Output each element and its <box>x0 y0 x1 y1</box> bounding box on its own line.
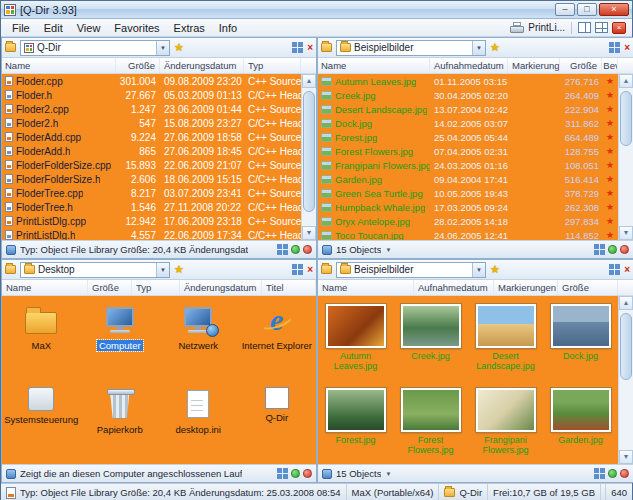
close-tab-icon[interactable]: × <box>307 43 313 53</box>
favorites-star-icon[interactable]: ★ <box>490 264 500 275</box>
green-filter-icon[interactable] <box>291 245 300 254</box>
thumbnail-creek-jpg[interactable]: Creek.jpg <box>393 298 468 382</box>
menu-edit[interactable]: Edit <box>37 20 70 36</box>
image-row-autumn-leaves-jpg[interactable]: Autumn Leaves.jpg01.11.2005 03:15276.716… <box>318 74 618 88</box>
file-row-floder2-cpp[interactable]: Floder2.cpp1.24723.06.2009 01:44C++ Sour… <box>2 102 301 116</box>
menu-info[interactable]: Info <box>212 20 244 36</box>
minimize-button[interactable]: – <box>555 3 575 16</box>
view-grid-icon[interactable] <box>292 42 303 53</box>
thumbnail-frangipani-flowers-jpg[interactable]: Frangipani Flowers.jpg <box>468 382 543 464</box>
scroll-thumb[interactable] <box>303 91 315 212</box>
column-header-name[interactable]: Name <box>318 280 414 295</box>
file-row-floderadd-h[interactable]: FloderAdd.h86527.06.2009 18:45C/C++ Head… <box>2 144 301 158</box>
column-header-gr-e[interactable]: Größe <box>88 280 132 295</box>
close-tab-icon[interactable]: × <box>307 265 313 275</box>
vertical-scrollbar[interactable]: ▲ ▼ <box>301 74 316 240</box>
file-row-printlistdlg-h[interactable]: PrintListDlg.h4.55722.06.2009 17:34C/C++… <box>2 228 301 240</box>
layout-two-pane-icon[interactable] <box>578 22 591 33</box>
image-row-frangipani-flowers-jpg[interactable]: Frangipani Flowers.jpg24.03.2005 01:1610… <box>318 158 618 172</box>
column-header-nderungsdatum[interactable]: Änderungsdatum <box>160 58 244 73</box>
address-combo[interactable]: Q-Dir ▼ <box>20 40 170 56</box>
column-header-typ[interactable]: Typ <box>244 58 301 73</box>
thumbnail-autumn-leaves-jpg[interactable]: Autumn Leaves.jpg <box>318 298 393 382</box>
view-options-icon[interactable] <box>277 244 288 255</box>
favorites-star-icon[interactable]: ★ <box>174 264 184 275</box>
desktop-item-max[interactable]: MaX <box>2 297 81 381</box>
file-row-floderfoldersize-cpp[interactable]: FloderFolderSize.cpp15.89322.06.2009 21:… <box>2 158 301 172</box>
column-header-bev[interactable]: Bev <box>602 58 618 73</box>
column-header-markierungen[interactable]: Markierungen <box>494 280 558 295</box>
scroll-up-icon[interactable]: ▲ <box>302 74 316 88</box>
desktop-item-papierkorb[interactable]: Papierkorb <box>81 381 160 464</box>
favorites-star-icon[interactable]: ★ <box>174 42 184 53</box>
desktop-item-systemsteuerung[interactable]: Systemsteuerung <box>2 381 81 464</box>
menu-extras[interactable]: Extras <box>167 20 212 36</box>
green-filter-icon[interactable] <box>608 469 617 478</box>
green-filter-icon[interactable] <box>291 469 300 478</box>
thumbnail-forest-jpg[interactable]: Forest.jpg <box>318 382 393 464</box>
image-row-desert-landscape-jpg[interactable]: Desert Landscape.jpg13.07.2004 02:42222.… <box>318 102 618 116</box>
status-dropdown-icon[interactable]: ▼ <box>385 471 391 477</box>
view-options-icon[interactable] <box>594 468 605 479</box>
close-button[interactable]: × <box>599 3 629 16</box>
desktop-item-desktop-ini[interactable]: desktop.ini <box>159 381 238 464</box>
menu-view[interactable]: View <box>70 20 108 36</box>
file-row-floder-h[interactable]: Floder.h27.66705.03.2009 01:13C/C++ Head… <box>2 88 301 102</box>
column-header-typ[interactable]: Typ <box>132 280 180 295</box>
status-dropdown-icon[interactable]: ▼ <box>385 247 391 253</box>
thumbnail-forest-flowers-jpg[interactable]: Forest Flowers.jpg <box>393 382 468 464</box>
file-row-floderfoldersize-h[interactable]: FloderFolderSize.h2.60618.06.2009 15:15C… <box>2 172 301 186</box>
address-combo[interactable]: Desktop ▼ <box>20 262 170 278</box>
column-header-name[interactable]: Name <box>318 58 430 73</box>
image-row-creek-jpg[interactable]: Creek.jpg30.04.2005 02:20264.409★ <box>318 88 618 102</box>
red-filter-icon[interactable] <box>620 245 629 254</box>
image-row-garden-jpg[interactable]: Garden.jpg09.04.2004 17:41516.414★ <box>318 172 618 186</box>
image-row-dock-jpg[interactable]: Dock.jpg14.02.2005 03:07311.862★ <box>318 116 618 130</box>
file-row-printlistdlg-cpp[interactable]: PrintListDlg.cpp12.94217.06.2009 23:18C+… <box>2 214 301 228</box>
column-header-aufnahmedatum[interactable]: Aufnahmedatum <box>430 58 508 73</box>
view-grid-icon[interactable] <box>292 264 303 275</box>
desktop-item-computer[interactable]: Computer <box>81 297 160 381</box>
column-header-gr-e[interactable]: Größe <box>558 280 618 295</box>
file-row-floderadd-cpp[interactable]: FloderAdd.cpp9.22427.06.2009 18:58C++ So… <box>2 130 301 144</box>
printlist-button[interactable]: PrintLi... <box>528 22 565 33</box>
close-tab-icon[interactable]: × <box>624 265 630 275</box>
desktop-item-internet-explorer[interactable]: eInternet Explorer <box>238 297 317 381</box>
maximize-button[interactable]: □ <box>577 3 597 16</box>
address-combo[interactable]: Beispielbilder ▼ <box>336 262 486 278</box>
folder-up-icon[interactable] <box>5 265 16 274</box>
column-header-aufnahmedatum[interactable]: Aufnahmedatum <box>414 280 494 295</box>
image-row-forest-jpg[interactable]: Forest.jpg25.04.2005 05:44664.489★ <box>318 130 618 144</box>
scroll-down-icon[interactable]: ▼ <box>619 450 633 464</box>
image-row-humpback-whale-jpg[interactable]: Humpback Whale.jpg17.03.2005 09:24262.30… <box>318 200 618 214</box>
file-row-floder-cpp[interactable]: Floder.cpp301.00409.08.2009 23:20C++ Sou… <box>2 74 301 88</box>
red-filter-icon[interactable] <box>303 245 312 254</box>
close-tab-icon[interactable]: × <box>624 43 630 53</box>
scroll-down-icon[interactable]: ▼ <box>302 226 316 240</box>
thumbnail-garden-jpg[interactable]: Garden.jpg <box>543 382 618 464</box>
dropdown-arrow-icon[interactable]: ▼ <box>156 263 169 277</box>
red-filter-icon[interactable] <box>303 469 312 478</box>
red-filter-icon[interactable] <box>620 469 629 478</box>
scroll-up-icon[interactable]: ▲ <box>619 74 633 88</box>
dropdown-arrow-icon[interactable]: ▼ <box>472 41 485 55</box>
dropdown-arrow-icon[interactable]: ▼ <box>156 41 169 55</box>
view-options-icon[interactable] <box>594 244 605 255</box>
scroll-thumb[interactable] <box>620 91 632 146</box>
scroll-down-icon[interactable]: ▼ <box>619 226 633 240</box>
column-header-name[interactable]: Name <box>2 58 116 73</box>
column-header-gr-e[interactable]: Größe <box>560 58 602 73</box>
image-row-forest-flowers-jpg[interactable]: Forest Flowers.jpg07.04.2005 02:31128.75… <box>318 144 618 158</box>
file-row-floder2-h[interactable]: Floder2.h54715.08.2009 23:27C/C++ Header <box>2 116 301 130</box>
title-bar[interactable]: [Q-Dir 3.93] – □ × <box>1 1 632 19</box>
file-row-flodertree-cpp[interactable]: FloderTree.cpp8.21703.07.2009 23:41C++ S… <box>2 186 301 200</box>
desktop-item-netzwerk[interactable]: Netzwerk <box>159 297 238 381</box>
folder-up-icon[interactable] <box>321 43 332 52</box>
thumbnail-dock-jpg[interactable]: Dock.jpg <box>543 298 618 382</box>
file-row-flodertree-h[interactable]: FloderTree.h1.54627.11.2008 20:22C/C++ H… <box>2 200 301 214</box>
column-header-markierungen[interactable]: Markierungen <box>508 58 560 73</box>
column-header-name[interactable]: Name <box>2 280 88 295</box>
view-grid-icon[interactable] <box>609 264 620 275</box>
menu-file[interactable]: File <box>5 20 37 36</box>
vertical-scrollbar[interactable]: ▲ ▼ <box>618 74 633 240</box>
